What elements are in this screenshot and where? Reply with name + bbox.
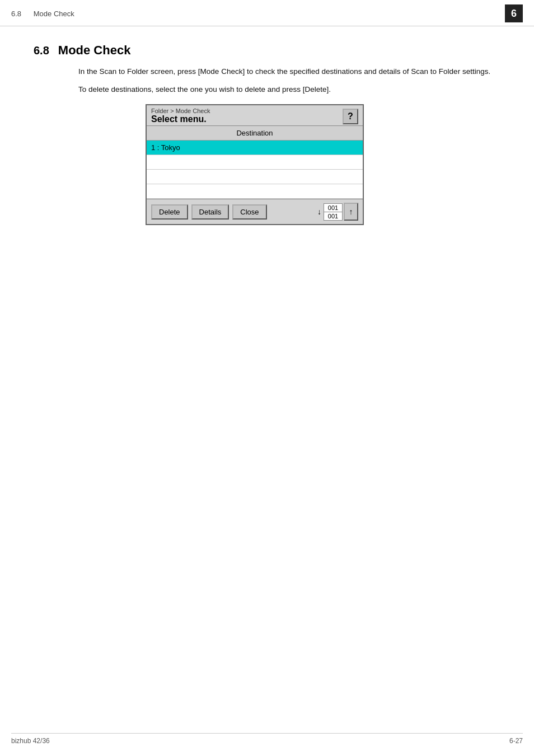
- page-total: 001: [324, 212, 342, 220]
- list-item[interactable]: [147, 155, 363, 170]
- close-button[interactable]: Close: [232, 204, 266, 220]
- help-button[interactable]: ?: [343, 109, 358, 124]
- delete-button[interactable]: Delete: [151, 204, 188, 220]
- chapter-number-badge: 6: [505, 4, 523, 22]
- nav-up-button[interactable]: ↑: [344, 203, 358, 221]
- page-indicator: 001 001: [324, 203, 343, 221]
- dialog-wrapper: Folder > Mode Check Select menu. ? Desti…: [146, 104, 364, 225]
- header-section-label: Mode Check: [34, 10, 74, 18]
- body-paragraph-1: In the Scan to Folder screen, press [Mod…: [78, 66, 500, 78]
- dialog-body: Destination 1 : Tokyo: [147, 126, 363, 199]
- page-navigation: ↓ 001 001 ↑: [317, 203, 358, 221]
- details-button[interactable]: Details: [191, 204, 229, 220]
- dialog-main-title: Select menu.: [151, 114, 210, 124]
- header-section-number: 6.8: [11, 10, 21, 18]
- dialog-title-group: Folder > Mode Check Select menu.: [151, 108, 210, 124]
- section-number: 6.8: [34, 44, 49, 57]
- mode-check-dialog: Folder > Mode Check Select menu. ? Desti…: [146, 104, 364, 225]
- list-item[interactable]: 1 : Tokyo: [147, 141, 363, 155]
- section-heading: 6.8 Mode Check: [34, 43, 500, 58]
- footer-product: bizhub 42/36: [11, 737, 50, 745]
- body-paragraph-2: To delete destinations, select the one y…: [78, 83, 500, 96]
- section-title: Mode Check: [58, 43, 131, 58]
- header-section-ref: 6.8 Mode Check: [11, 10, 74, 18]
- page-header: 6.8 Mode Check 6: [0, 0, 534, 26]
- list-item[interactable]: [147, 170, 363, 184]
- nav-down-button[interactable]: ↓: [317, 207, 321, 216]
- list-item[interactable]: [147, 184, 363, 199]
- page-footer: bizhub 42/36 6-27: [11, 733, 523, 745]
- footer-page-number: 6-27: [509, 737, 523, 745]
- destination-list: 1 : Tokyo: [147, 141, 363, 199]
- main-content: 6.8 Mode Check In the Scan to Folder scr…: [0, 26, 534, 242]
- page-current: 001: [324, 204, 342, 212]
- dialog-breadcrumb: Folder > Mode Check: [151, 108, 210, 114]
- destination-column-header: Destination: [147, 126, 363, 141]
- dialog-footer: Delete Details Close ↓ 001 001 ↑: [147, 199, 363, 224]
- dialog-titlebar: Folder > Mode Check Select menu. ?: [147, 105, 363, 126]
